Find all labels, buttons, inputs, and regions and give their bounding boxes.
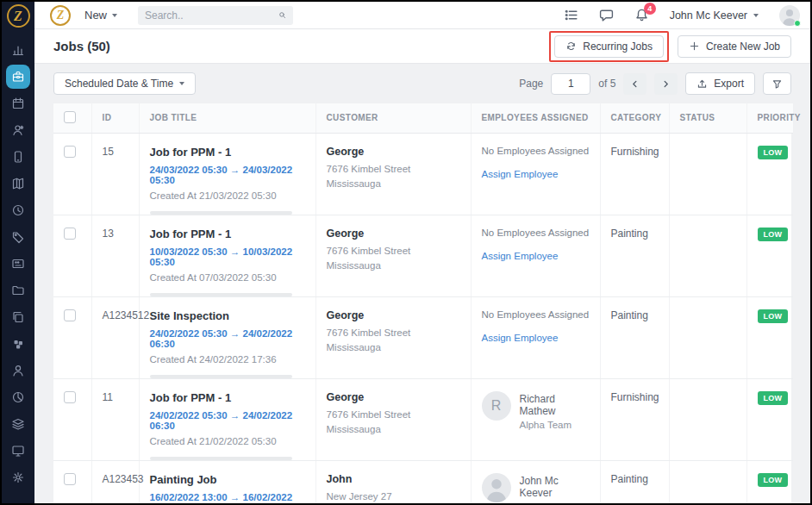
job-status <box>669 215 746 296</box>
job-title-link[interactable]: Job for PPM - 1 <box>150 391 305 404</box>
sidebar-item-documents[interactable] <box>6 305 30 329</box>
job-title-link[interactable]: Painting Job <box>150 473 305 486</box>
sidebar-item-display[interactable] <box>6 439 30 463</box>
sidebar-item-dashboard[interactable] <box>6 38 30 62</box>
content-area: Scheduled Date & Time Page of 5 Ex <box>34 64 810 503</box>
sort-dropdown[interactable]: Scheduled Date & Time <box>53 72 196 95</box>
briefcase-icon <box>11 70 25 84</box>
employee-name: Richard Mathew <box>520 393 590 417</box>
job-progress-bar <box>150 375 293 378</box>
page-number-input[interactable] <box>551 73 590 95</box>
sidebar-item-calendar[interactable] <box>6 91 30 115</box>
page-title: Jobs (50) <box>53 39 110 53</box>
sidebar-item-users[interactable] <box>6 358 30 383</box>
row-checkbox[interactable] <box>64 228 76 240</box>
job-title-link[interactable]: Site Inspection <box>150 309 305 322</box>
sidebar-item-tags[interactable] <box>6 225 30 249</box>
no-employee-block: No Employees Assigned Assign Employee <box>482 228 590 262</box>
brand-logo-navbar[interactable]: Z <box>50 5 71 26</box>
no-employees-text: No Employees Assigned <box>482 309 590 320</box>
chevron-right-icon <box>661 79 671 89</box>
priority-badge: LOW <box>758 228 789 241</box>
no-employees-text: No Employees Assigned <box>482 228 590 238</box>
job-schedule-link[interactable]: 10/03/2022 05:30 → 10/03/2022 05:30 <box>150 246 305 267</box>
export-button[interactable]: Export <box>685 72 755 95</box>
customer-address-line2: Mississauga <box>327 177 460 192</box>
new-menu-button[interactable]: New <box>84 9 117 22</box>
folder-icon <box>11 284 25 297</box>
bar-chart-icon <box>11 43 25 57</box>
job-status <box>669 378 746 460</box>
notifications-button[interactable]: 4 <box>634 8 649 22</box>
no-employee-block: No Employees Assigned Assign Employee <box>482 146 590 180</box>
create-new-job-button[interactable]: Create New Job <box>678 35 791 58</box>
header-id: ID <box>91 103 139 133</box>
page-header: Jobs (50) Recurring Jobs Create New Job <box>34 29 810 64</box>
sidebar-item-parts[interactable] <box>6 332 30 356</box>
select-all-checkbox[interactable] <box>64 111 76 123</box>
prev-page-button[interactable] <box>623 73 646 95</box>
list-icon <box>564 8 578 22</box>
header-employees: EMPLOYEES ASSIGNED <box>471 103 600 133</box>
customer-name: George <box>327 228 460 240</box>
job-schedule-link[interactable]: 16/02/2022 13:00 → 16/02/2022 14:00 <box>150 492 305 505</box>
assign-employee-link[interactable]: Assign Employee <box>482 169 559 179</box>
user-menu[interactable]: John Mc Keever <box>670 9 759 22</box>
row-checkbox[interactable] <box>64 391 76 403</box>
job-progress-bar <box>150 457 293 460</box>
job-progress-bar <box>150 211 293 215</box>
sidebar-item-mobile[interactable] <box>6 145 30 169</box>
table-row: A123453 Painting Job 16/02/2022 13:00 → … <box>53 460 793 505</box>
search-input[interactable] <box>145 9 278 22</box>
chat-button[interactable] <box>599 8 614 22</box>
job-id: 11 <box>91 378 139 460</box>
person-silhouette-icon <box>482 473 511 502</box>
gear-icon <box>11 471 25 484</box>
job-schedule-link[interactable]: 24/02/2022 05:30 → 24/02/2022 06:30 <box>150 328 305 349</box>
sidebar-item-layers[interactable] <box>6 412 30 436</box>
table-row: A1234512 Site Inspection 24/02/2022 05:3… <box>53 296 793 378</box>
job-schedule-link[interactable]: 24/02/2022 05:30 → 24/02/2022 06:30 <box>150 410 305 431</box>
assign-employee-link[interactable]: Assign Employee <box>482 333 559 343</box>
sidebar-item-reports[interactable] <box>6 385 30 409</box>
job-category: Furnishing <box>600 378 669 460</box>
recurring-jobs-button[interactable]: Recurring Jobs <box>554 35 664 58</box>
customer-address-line2: Mississauga <box>327 340 460 356</box>
user-star-icon <box>11 123 25 137</box>
user-icon <box>11 364 25 377</box>
table-header-row: ID JOB TITLE CUSTOMER EMPLOYEES ASSIGNED… <box>53 103 793 133</box>
recurring-icon <box>565 41 577 52</box>
header-status: STATUS <box>669 103 746 133</box>
app-window: Z Z New <box>0 0 812 505</box>
job-title-link[interactable]: Job for PPM - 1 <box>150 228 305 240</box>
job-title-link[interactable]: Job for PPM - 1 <box>150 146 305 159</box>
sidebar-item-settings[interactable] <box>6 465 30 489</box>
row-checkbox[interactable] <box>64 473 76 485</box>
table-row: 13 Job for PPM - 1 10/03/2022 05:30 → 10… <box>53 215 793 296</box>
brand-logo-sidebar[interactable]: Z <box>7 4 30 28</box>
annotation-highlight: Recurring Jobs <box>549 31 669 62</box>
user-name: John Mc Keever <box>670 9 747 22</box>
row-checkbox[interactable] <box>64 146 76 158</box>
sidebar-item-jobs[interactable] <box>6 65 30 89</box>
top-navbar: Z New 4 John M <box>34 2 810 29</box>
job-schedule-link[interactable]: 24/03/2022 05:30 → 24/03/2022 05:30 <box>150 165 305 185</box>
employee-avatar: R <box>482 391 511 421</box>
job-id: A1234512 <box>91 296 139 378</box>
sidebar-item-files[interactable] <box>6 278 30 302</box>
priority-badge: LOW <box>758 391 789 405</box>
assign-employee-link[interactable]: Assign Employee <box>482 251 559 261</box>
list-view-button[interactable] <box>564 8 578 22</box>
sidebar-item-cards[interactable] <box>6 252 30 276</box>
job-category: Painting <box>600 460 669 505</box>
map-book-icon <box>11 177 25 190</box>
job-id: 13 <box>91 215 139 296</box>
sidebar-item-map[interactable] <box>6 171 30 196</box>
job-created-at: Created At 24/02/2022 17:36 <box>150 354 305 365</box>
next-page-button[interactable] <box>654 73 678 95</box>
sidebar-item-customers[interactable] <box>6 118 30 142</box>
row-checkbox[interactable] <box>64 309 76 321</box>
filter-button[interactable] <box>763 72 791 95</box>
sidebar-item-time[interactable] <box>6 198 30 222</box>
user-avatar[interactable] <box>779 5 800 26</box>
